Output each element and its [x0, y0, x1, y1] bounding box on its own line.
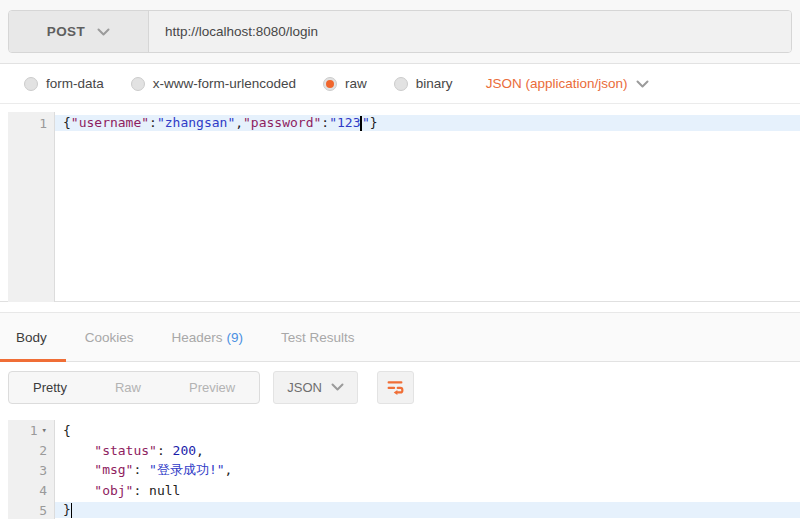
url-input[interactable]: http://localhost:8080/login: [149, 11, 791, 52]
code-text[interactable]: }: [55, 502, 800, 518]
radio-icon[interactable]: [24, 77, 38, 91]
line-number: 1: [0, 116, 55, 131]
request-code-area[interactable]: 1{"username":"zhangsan","password":"123"…: [0, 112, 800, 302]
code-text[interactable]: "msg": "登录成功!",: [55, 461, 800, 479]
line-number: 5: [0, 503, 55, 518]
radio-label: raw: [345, 76, 367, 91]
fold-arrow-icon[interactable]: ▾: [42, 425, 47, 435]
radio-selected-icon[interactable]: [323, 77, 337, 91]
radio-label: x-www-form-urlencoded: [153, 76, 296, 91]
code-text[interactable]: {"username":"zhangsan","password":"123"}: [55, 115, 800, 131]
chevron-down-icon: [97, 28, 110, 36]
request-body-editor[interactable]: 1{"username":"zhangsan","password":"123"…: [0, 104, 800, 302]
content-type-dropdown[interactable]: JSON (application/json): [486, 76, 650, 91]
line-number: 2: [0, 443, 55, 458]
code-line[interactable]: 3 "msg": "登录成功!",: [0, 460, 800, 480]
response-tab-bar: Body Cookies Headers(9) Test Results: [0, 312, 800, 362]
code-text[interactable]: "obj": null: [55, 483, 800, 498]
response-body-editor[interactable]: 1▾{2 "status": 200,3 "msg": "登录成功!",4 "o…: [0, 412, 800, 519]
headers-count-badge: (9): [227, 330, 244, 345]
tab-headers[interactable]: Headers(9): [172, 330, 244, 345]
wrap-lines-button[interactable]: [377, 371, 414, 404]
line-number: 3: [0, 463, 55, 478]
code-line[interactable]: 2 "status": 200,: [0, 440, 800, 460]
active-tab-underline: [0, 359, 66, 362]
radio-label: form-data: [46, 76, 104, 91]
text-cursor: [71, 503, 73, 518]
radio-option-raw[interactable]: raw: [323, 76, 367, 91]
request-url-bar: POST http://localhost:8080/login: [8, 10, 792, 53]
line-number-gutter: [8, 112, 55, 302]
line-number: 1▾: [0, 423, 55, 438]
chevron-down-icon: [636, 80, 649, 88]
radio-icon[interactable]: [131, 77, 145, 91]
response-toolbar: Pretty Raw Preview JSON: [0, 362, 800, 412]
radio-option-urlencoded[interactable]: x-www-form-urlencoded: [131, 76, 296, 91]
code-line[interactable]: 4 "obj": null: [0, 480, 800, 500]
chevron-down-icon: [331, 383, 344, 391]
code-line[interactable]: 1{"username":"zhangsan","password":"123"…: [0, 112, 800, 134]
format-label: JSON: [287, 380, 322, 395]
radio-option-form-data[interactable]: form-data: [24, 76, 104, 91]
body-type-row: form-data x-www-form-urlencoded raw bina…: [0, 64, 800, 104]
view-toggle-group: Pretty Raw Preview: [8, 371, 260, 404]
tab-cookies[interactable]: Cookies: [85, 330, 134, 345]
line-number: 4: [0, 483, 55, 498]
tab-headers-label: Headers: [172, 330, 223, 345]
code-text[interactable]: "status": 200,: [55, 443, 800, 458]
request-url-row: POST http://localhost:8080/login: [0, 0, 800, 64]
tab-body[interactable]: Body: [16, 330, 47, 345]
wrap-lines-icon: [385, 377, 405, 397]
tab-test-results[interactable]: Test Results: [281, 330, 355, 345]
code-line[interactable]: 5}: [0, 500, 800, 520]
radio-option-binary[interactable]: binary: [394, 76, 453, 91]
radio-label: binary: [416, 76, 453, 91]
content-type-label: JSON (application/json): [486, 76, 628, 91]
code-text[interactable]: {: [55, 423, 800, 438]
preview-button[interactable]: Preview: [165, 372, 259, 403]
raw-button[interactable]: Raw: [91, 372, 165, 403]
response-code-area[interactable]: 1▾{2 "status": 200,3 "msg": "登录成功!",4 "o…: [0, 420, 800, 519]
section-gap: [0, 302, 800, 312]
format-dropdown[interactable]: JSON: [273, 371, 358, 404]
pretty-button[interactable]: Pretty: [9, 372, 91, 403]
method-dropdown[interactable]: POST: [9, 11, 149, 52]
url-text: http://localhost:8080/login: [165, 24, 318, 39]
radio-icon[interactable]: [394, 77, 408, 91]
method-label: POST: [47, 24, 85, 39]
code-line[interactable]: 1▾{: [0, 420, 800, 440]
